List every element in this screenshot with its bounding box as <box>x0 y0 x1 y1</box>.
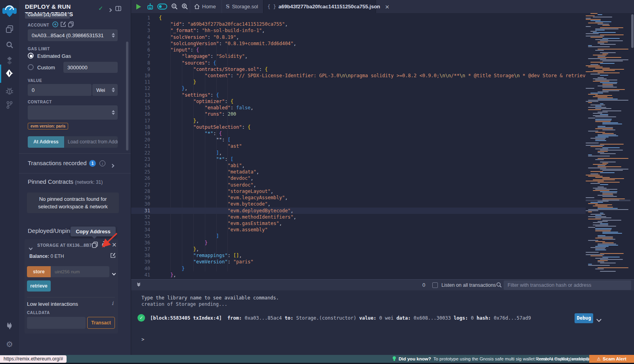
transaction-log-row[interactable]: ✓ [block:5583405 txIndex:4] from: 0xa03.… <box>131 313 634 325</box>
code-line-22[interactable]: 22], <box>131 150 586 156</box>
debugger-icon[interactable] <box>0 84 19 97</box>
ai-assistant-icon[interactable] <box>145 0 155 13</box>
pin-panel-icon[interactable] <box>115 6 121 13</box>
load-contract-address-field[interactable]: Load contract from Address <box>65 136 118 148</box>
code-line-28[interactable]: 28"storageLayout", <box>131 188 586 194</box>
code-line-16[interactable]: 16"runs": 200 <box>131 111 586 117</box>
deploy-and-run-icon[interactable] <box>0 67 19 80</box>
close-tab-icon[interactable]: × <box>385 4 390 10</box>
debug-button[interactable]: Debug <box>575 313 593 323</box>
code-line-15[interactable]: 15"enabled": false, <box>131 105 586 111</box>
tab-storage-sol[interactable]: S Storage.sol <box>222 0 262 13</box>
code-line-19[interactable]: 19"*": { <box>131 130 586 137</box>
transact-button[interactable]: Transact <box>87 317 115 329</box>
code-line-18[interactable]: 18"outputSelection": { <box>131 124 586 130</box>
tab-home[interactable]: Home <box>190 0 220 13</box>
code-line-8[interactable]: 8"sources": { <box>131 60 586 66</box>
code-line-12[interactable]: 12}, <box>131 85 586 91</box>
settings-gear-icon[interactable]: ⚙ <box>0 337 19 351</box>
code-line-6[interactable]: 6"input": { <box>131 47 586 53</box>
code-line-38[interactable]: 38"remappings": [], <box>131 252 586 259</box>
add-account-icon[interactable] <box>52 21 58 29</box>
at-address-button[interactable]: At Address <box>28 136 64 148</box>
zoom-out-icon[interactable] <box>170 0 179 13</box>
code-line-5[interactable]: 5"solcLongVersion": "0.8.19+commit.7dd6d… <box>131 40 586 47</box>
code-editor[interactable]: 1{2"id": "a69b43f277ba20fcac141151250ca7… <box>131 13 634 279</box>
code-line-41[interactable]: 41}, <box>131 272 586 278</box>
pin-contract-icon[interactable] <box>101 241 107 249</box>
code-line-39[interactable]: 39"evmVersion": "paris" <box>131 259 586 265</box>
code-line-20[interactable]: 20"": [ <box>131 137 586 143</box>
code-line-24[interactable]: 24"abi", <box>131 162 586 169</box>
code-line-17[interactable]: 17}, <box>131 118 586 124</box>
expand-tx-icon[interactable] <box>597 316 601 323</box>
git-icon[interactable] <box>0 98 19 112</box>
editor-scrollbar[interactable] <box>631 14 634 48</box>
code-lines[interactable]: 1{2"id": "a69b43f277ba20fcac141151250ca7… <box>131 15 586 278</box>
code-line-11[interactable]: 11} <box>131 79 586 85</box>
low-level-info-icon[interactable]: i <box>112 300 113 306</box>
expand-terminal-icon[interactable] <box>137 282 140 285</box>
search-icon[interactable] <box>0 38 19 51</box>
code-line-4[interactable]: 4"solcVersion": "0.8.19", <box>131 34 586 40</box>
copy-address-icon[interactable] <box>92 242 98 250</box>
run-script-icon[interactable] <box>134 0 143 13</box>
store-function-button[interactable]: store <box>27 266 51 277</box>
listen-all-checkbox[interactable] <box>432 282 438 288</box>
code-line-30[interactable]: 30"evm.bytecode", <box>131 201 586 207</box>
code-line-35[interactable]: 35] <box>131 233 586 239</box>
code-line-29[interactable]: 29"evm.legacyAssembly", <box>131 194 586 201</box>
contract-instance-header[interactable]: STORAGE AT 0X136...8B78 <box>37 243 94 248</box>
value-input[interactable] <box>28 84 92 96</box>
code-line-14[interactable]: 14"optimizer": { <box>131 98 586 105</box>
copy-account-icon[interactable] <box>68 21 74 29</box>
custom-gas-radio[interactable] <box>28 64 34 70</box>
remove-contract-icon[interactable]: × <box>112 241 117 248</box>
info-icon[interactable]: i <box>99 160 105 166</box>
solidity-compiler-icon[interactable] <box>0 54 19 67</box>
code-line-13[interactable]: 13"settings": { <box>131 92 586 98</box>
edit-account-icon[interactable] <box>60 21 66 29</box>
minimap[interactable] <box>586 13 630 279</box>
code-line-9[interactable]: 9"contracts/Storage.sol": { <box>131 66 586 72</box>
code-line-2[interactable]: 2"id": "a69b43f277ba20fcac141151250ca755… <box>131 21 586 27</box>
code-line-25[interactable]: 25"metadata", <box>131 169 586 175</box>
code-line-31[interactable]: 31"evm.deployedBytecode", <box>131 208 586 214</box>
value-unit-select[interactable]: Wei <box>92 84 118 96</box>
copilot-toggle[interactable] <box>157 0 168 13</box>
panel-scrollbar[interactable] <box>126 42 128 151</box>
code-line-36[interactable]: 36} <box>131 240 586 246</box>
code-line-37[interactable]: 37}, <box>131 246 586 252</box>
code-line-27[interactable]: 27"userdoc", <box>131 182 586 188</box>
code-line-7[interactable]: 7"language": "Solidity", <box>131 53 586 59</box>
code-line-21[interactable]: 21"ast" <box>131 143 586 149</box>
copilot-status[interactable]: RemixAI Copilot (enabled) <box>536 355 589 363</box>
plugin-manager-icon[interactable] <box>0 319 19 333</box>
custom-gas-input[interactable] <box>63 62 118 73</box>
code-line-33[interactable]: 33"evm.gasEstimates", <box>131 220 586 227</box>
terminal-filter-input[interactable] <box>504 280 631 290</box>
code-line-23[interactable]: 23"*": [ <box>131 156 586 162</box>
code-line-32[interactable]: 32"evm.methodIdentifiers", <box>131 214 586 220</box>
remix-logo-icon[interactable] <box>0 3 19 19</box>
zoom-in-icon[interactable] <box>180 0 189 13</box>
contract-select[interactable] <box>28 105 118 120</box>
code-line-3[interactable]: 3"_format": "hh-sol-build-info-1", <box>131 27 586 34</box>
code-line-34[interactable]: 34"evm.assembly" <box>131 227 586 233</box>
expand-args-icon[interactable] <box>113 269 115 276</box>
code-line-10[interactable]: 10"content": "// SPDX-License-Identifier… <box>131 72 586 79</box>
terminal-prompt[interactable]: > <box>141 337 144 342</box>
tab-json-active[interactable]: { } a69b43f277ba20fcac141151250ca755.jso… <box>263 0 376 13</box>
code-line-1[interactable]: 1{ <box>131 15 586 21</box>
file-explorer-icon[interactable] <box>0 22 19 36</box>
estimated-gas-radio[interactable] <box>28 53 34 59</box>
collapse-contract-icon[interactable] <box>29 244 32 251</box>
calldata-input[interactable] <box>27 317 86 329</box>
store-argument-input[interactable] <box>51 266 109 277</box>
account-select[interactable]: 0xA03...85ac4 (0.39866531531 <box>28 29 118 41</box>
expand-transactions-icon[interactable] <box>111 162 114 169</box>
retrieve-function-button[interactable]: retrieve <box>27 280 51 292</box>
code-line-26[interactable]: 26"devdoc", <box>131 175 586 181</box>
chevron-right-icon[interactable] <box>109 6 111 13</box>
edit-balance-icon[interactable] <box>110 253 116 260</box>
